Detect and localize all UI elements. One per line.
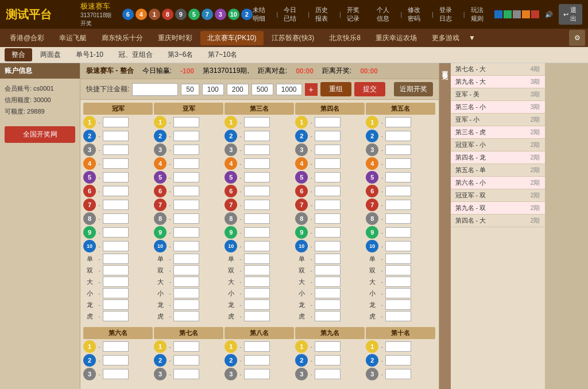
pos3-da-input[interactable] — [244, 277, 270, 287]
pos5-num8-input[interactable] — [385, 213, 411, 224]
pos1-num4-input[interactable] — [103, 158, 129, 169]
pos5-num10-input[interactable] — [385, 241, 411, 251]
nav-item-more[interactable]: 更多游戏 — [425, 31, 466, 45]
pos3-num8-input[interactable] — [244, 213, 270, 224]
pos2-num6-input[interactable] — [173, 186, 199, 196]
nav-password[interactable]: 修改密码 — [408, 6, 426, 23]
pos3-num2-input[interactable] — [244, 131, 270, 141]
pos8-num3-input[interactable] — [244, 369, 270, 379]
pos6-num1-input[interactable] — [103, 341, 129, 352]
bet-50-btn[interactable]: 50 — [181, 84, 199, 95]
pos2-num2-input[interactable] — [173, 131, 199, 141]
pos3-num7-input[interactable] — [244, 200, 270, 210]
bet-500-btn[interactable]: 500 — [252, 84, 273, 95]
pos4-num9-input[interactable] — [315, 227, 341, 238]
nav-item-lucky[interactable]: 幸运飞艇 — [52, 31, 94, 45]
pos4-da-input[interactable] — [315, 277, 341, 287]
pos5-num1-input[interactable] — [385, 117, 411, 127]
pos8-num1-input[interactable] — [244, 341, 270, 352]
pos1-num3-input[interactable] — [103, 145, 129, 155]
sub-nav-single[interactable]: 单号1-10 — [69, 48, 110, 61]
pos9-num1-input[interactable] — [315, 341, 341, 352]
sub-nav-7to10[interactable]: 第7~10名 — [201, 48, 244, 61]
nav-item-chongqing[interactable]: 重庆时时彩 — [151, 31, 199, 45]
nav-records[interactable]: 开奖记录 — [347, 6, 365, 23]
nav-item-guangdong[interactable]: 廊东快乐十分 — [95, 31, 150, 45]
pos1-num8-input[interactable] — [103, 213, 129, 224]
pos1-da-input[interactable] — [103, 277, 129, 287]
pos4-num4-input[interactable] — [315, 158, 341, 169]
pos5-num2-input[interactable] — [385, 131, 411, 141]
pos4-num1-input[interactable] — [315, 117, 341, 127]
pos3-num3-input[interactable] — [244, 145, 270, 155]
nav-item-bj8[interactable]: 北京快乐8 — [322, 31, 368, 45]
pos5-xiao-input[interactable] — [385, 288, 411, 298]
nav-item-hk[interactable]: 香港@合彩 — [3, 31, 51, 45]
pos2-num4-input[interactable] — [173, 158, 199, 169]
pos5-num4-input[interactable] — [385, 158, 411, 169]
pos2-num10-input[interactable] — [173, 241, 199, 251]
pos4-num10-input[interactable] — [315, 241, 341, 251]
bet-plus-btn[interactable]: + — [305, 83, 318, 96]
submit-button[interactable]: 提交 — [354, 82, 385, 96]
pos2-num3-input[interactable] — [173, 145, 199, 155]
pos5-shuang-input[interactable] — [385, 265, 411, 275]
pos4-long-input[interactable] — [315, 299, 341, 310]
pos6-num2-input[interactable] — [103, 355, 129, 365]
nav-log[interactable]: 登录日志 — [439, 6, 458, 23]
pos7-num3-input[interactable] — [173, 369, 199, 379]
pos1-num6-input[interactable] — [103, 186, 129, 196]
pos6-num3-input[interactable] — [103, 369, 129, 379]
pos2-shuang-input[interactable] — [173, 265, 199, 275]
reset-button[interactable]: 重组 — [320, 82, 351, 96]
nav-item-jiangsu[interactable]: 江苏骰赛(快3) — [265, 31, 322, 45]
pos8-num2-input[interactable] — [244, 355, 270, 365]
speaker-icon[interactable]: 🔊 — [545, 11, 553, 18]
pos3-shuang-input[interactable] — [244, 265, 270, 275]
pos2-num8-input[interactable] — [173, 213, 199, 224]
pos4-num8-input[interactable] — [315, 213, 341, 224]
pos3-dan-input[interactable] — [244, 254, 270, 264]
pos2-num7-input[interactable] — [173, 200, 199, 210]
pos1-xiao-input[interactable] — [103, 288, 129, 298]
pos3-num6-input[interactable] — [244, 186, 270, 196]
pos1-num1-input[interactable] — [103, 117, 129, 127]
pos2-xiao-input[interactable] — [173, 288, 199, 298]
pos9-num3-input[interactable] — [315, 369, 341, 379]
sub-nav-3to6[interactable]: 第3~6名 — [161, 48, 200, 61]
pos1-long-input[interactable] — [103, 299, 129, 310]
pos4-dan-input[interactable] — [315, 254, 341, 264]
nav-item-farm[interactable]: 重庆幸运农场 — [369, 31, 424, 45]
pos1-hu-input[interactable] — [103, 311, 129, 321]
pos2-num1-input[interactable] — [173, 117, 199, 127]
pos3-hu-input[interactable] — [244, 311, 270, 321]
bet-amount-input[interactable] — [132, 83, 178, 96]
pos5-num6-input[interactable] — [385, 186, 411, 196]
pos1-num7-input[interactable] — [103, 200, 129, 210]
pos2-dan-input[interactable] — [173, 254, 199, 264]
pos5-num9-input[interactable] — [385, 227, 411, 238]
pos2-long-input[interactable] — [173, 299, 199, 310]
sub-nav-combo[interactable]: 冠、亚组合 — [111, 48, 160, 61]
pos10-num2-input[interactable] — [385, 355, 411, 365]
pos3-num1-input[interactable] — [244, 117, 270, 127]
logout-button[interactable]: ↩ 退出 — [559, 4, 582, 25]
pos2-hu-input[interactable] — [173, 311, 199, 321]
pos1-shuang-input[interactable] — [103, 265, 129, 275]
pos4-num3-input[interactable] — [315, 145, 341, 155]
pos1-num9-input[interactable] — [103, 227, 129, 238]
pos10-num1-input[interactable] — [385, 341, 411, 352]
pos3-xiao-input[interactable] — [244, 288, 270, 298]
nav-history[interactable]: 历史报表 — [315, 6, 334, 23]
pos3-num5-input[interactable] — [244, 172, 270, 182]
pos1-dan-input[interactable] — [103, 254, 129, 264]
pos1-num2-input[interactable] — [103, 131, 129, 141]
bet-100-btn[interactable]: 100 — [202, 84, 224, 95]
pos3-num9-input[interactable] — [244, 227, 270, 238]
nav-unfinished[interactable]: 未结明细 — [253, 6, 271, 23]
nav-item-beijing[interactable]: 北京赛车(PK10) — [200, 31, 263, 45]
pos7-num2-input[interactable] — [173, 355, 199, 365]
nav-arrow-icon[interactable]: ▼ — [469, 34, 475, 42]
pos4-shuang-input[interactable] — [315, 265, 341, 275]
pos2-num9-input[interactable] — [173, 227, 199, 238]
